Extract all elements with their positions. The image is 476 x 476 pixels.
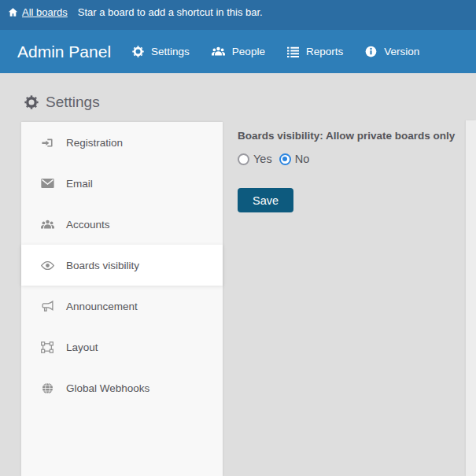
radio-no-label: No xyxy=(295,153,310,165)
eye-icon xyxy=(40,260,54,271)
people-icon xyxy=(212,46,225,57)
nav-reports-label: Reports xyxy=(306,46,343,57)
nav-settings-label: Settings xyxy=(151,46,190,57)
bullhorn-icon xyxy=(40,301,54,312)
visibility-radio-group: Yes No xyxy=(238,153,466,165)
nav-reports[interactable]: Reports xyxy=(287,46,343,57)
envelope-icon xyxy=(40,178,54,189)
all-boards-link[interactable]: All boards xyxy=(8,6,68,18)
settings-sidebar: Registration Email Accounts xyxy=(21,122,223,476)
boards-visibility-panel: Boards visibility: Allow private boards … xyxy=(238,130,466,212)
settings-heading-label: Settings xyxy=(46,94,100,111)
sidebar-item-announcement[interactable]: Announcement xyxy=(21,286,223,327)
sidebar-item-layout[interactable]: Layout xyxy=(21,327,223,367)
nav-settings[interactable]: Settings xyxy=(132,46,190,57)
sidebar-item-label: Accounts xyxy=(66,219,110,231)
sidebar-item-label: Registration xyxy=(66,137,123,149)
sidebar-item-label: Global Webhooks xyxy=(66,382,149,394)
boards-visibility-question: Boards visibility: Allow private boards … xyxy=(238,130,466,142)
sign-in-icon xyxy=(40,137,54,149)
info-icon xyxy=(365,46,377,57)
home-icon xyxy=(8,7,18,17)
users-icon xyxy=(40,219,54,231)
sidebar-item-label: Layout xyxy=(66,341,98,353)
radio-option-yes[interactable]: Yes xyxy=(238,153,272,165)
sidebar-item-label: Email xyxy=(66,178,93,190)
all-boards-label: All boards xyxy=(22,6,68,18)
shortcut-hint-text: Star a board to add a shortcut in this b… xyxy=(78,6,263,18)
top-bar: All boards Star a board to add a shortcu… xyxy=(0,0,476,30)
nav-version[interactable]: Version xyxy=(365,46,419,57)
nav-people-label: People xyxy=(232,46,265,57)
gear-icon xyxy=(132,46,144,57)
radio-no[interactable] xyxy=(279,153,291,165)
list-icon xyxy=(287,46,299,57)
sidebar-item-registration[interactable]: Registration xyxy=(21,122,223,163)
radio-yes-label: Yes xyxy=(253,153,272,165)
radio-yes[interactable] xyxy=(238,153,249,165)
admin-nav: Settings People xyxy=(132,46,419,57)
nav-people[interactable]: People xyxy=(212,46,265,57)
sidebar-item-email[interactable]: Email xyxy=(21,163,223,204)
save-button[interactable]: Save xyxy=(238,188,293,212)
layout-icon xyxy=(40,341,54,353)
radio-option-no[interactable]: No xyxy=(279,153,310,165)
nav-version-label: Version xyxy=(384,46,419,57)
gear-icon xyxy=(24,95,39,109)
page-title: Admin Panel xyxy=(17,42,111,61)
sidebar-item-accounts[interactable]: Accounts xyxy=(21,204,223,245)
settings-heading: Settings xyxy=(24,94,476,111)
sidebar-item-boards-visibility[interactable]: Boards visibility xyxy=(21,245,223,286)
sidebar-item-global-webhooks[interactable]: Global Webhooks xyxy=(21,367,223,408)
sidebar-item-label: Boards visibility xyxy=(66,260,139,271)
next-panel-edge xyxy=(466,120,476,476)
globe-icon xyxy=(40,382,54,394)
header-bar: Admin Panel Settings xyxy=(0,30,476,73)
sidebar-item-label: Announcement xyxy=(66,301,138,312)
